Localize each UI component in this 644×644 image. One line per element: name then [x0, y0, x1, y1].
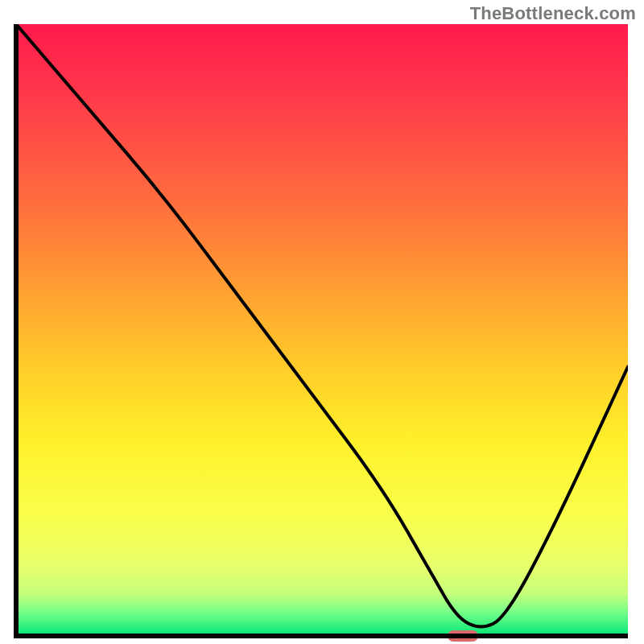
minimum-marker	[448, 630, 478, 642]
bottleneck-curve-path	[16, 24, 628, 627]
watermark-text: TheBottleneck.com	[470, 3, 636, 24]
curve-svg	[16, 24, 628, 636]
plot-area	[16, 24, 628, 636]
bottleneck-chart: TheBottleneck.com	[0, 0, 644, 644]
